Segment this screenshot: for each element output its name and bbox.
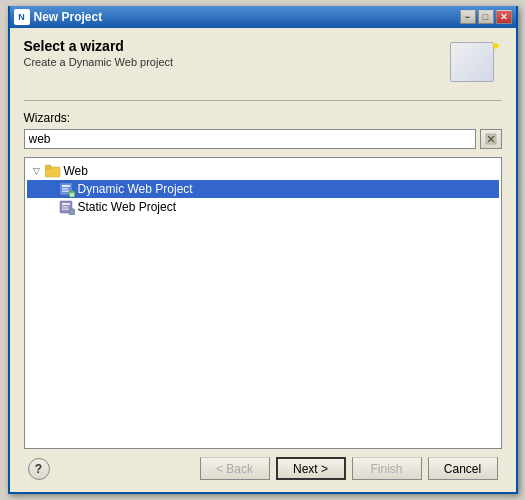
maximize-button[interactable]: □ — [478, 10, 494, 24]
help-button[interactable]: ? — [28, 458, 50, 480]
tree-item-dynamic-web[interactable]: W Dynamic Web Project — [27, 180, 499, 198]
svg-rect-7 — [62, 188, 68, 190]
search-clear-button[interactable] — [480, 129, 502, 149]
project-icon-static — [59, 199, 75, 215]
svg-point-15 — [68, 209, 75, 216]
tree-folder-web[interactable]: ▽ Web — [27, 162, 499, 180]
svg-rect-8 — [62, 191, 69, 193]
header-title: Select a wizard — [24, 38, 174, 54]
window-icon: N — [14, 9, 30, 25]
tree-item-static-label: Static Web Project — [78, 200, 176, 214]
svg-rect-13 — [62, 206, 68, 208]
search-input[interactable] — [24, 129, 476, 149]
header-text: Select a wizard Create a Dynamic Web pro… — [24, 38, 174, 68]
tree-area: ▽ Web — [24, 157, 502, 449]
new-project-window: N New Project − □ ✕ Select a wizard Crea… — [8, 6, 518, 494]
svg-rect-12 — [62, 203, 70, 205]
close-button[interactable]: ✕ — [496, 10, 512, 24]
tree-item-dynamic-label: Dynamic Web Project — [78, 182, 193, 196]
header-subtitle: Create a Dynamic Web project — [24, 56, 174, 68]
folder-icon-web — [45, 163, 61, 179]
svg-text:W: W — [69, 192, 74, 198]
search-row — [24, 129, 502, 149]
clear-icon — [485, 133, 497, 145]
wizards-label: Wizards: — [24, 111, 502, 125]
separator — [24, 100, 502, 101]
back-button[interactable]: < Back — [200, 457, 270, 480]
content-area: Select a wizard Create a Dynamic Web pro… — [10, 28, 516, 492]
window-title: New Project — [34, 10, 103, 24]
header-icon: ✦ — [450, 38, 502, 86]
tree-toggle-web[interactable]: ▽ — [29, 163, 45, 179]
tree-folder-web-label: Web — [64, 164, 88, 178]
title-controls: − □ ✕ — [460, 10, 512, 24]
header-icon-bg — [450, 42, 494, 82]
tree-toggle-empty1 — [43, 181, 59, 197]
tree-toggle-empty2 — [43, 199, 59, 215]
title-bar-left: N New Project — [14, 9, 103, 25]
project-icon-dynamic: W — [59, 181, 75, 197]
tree-item-static-web[interactable]: Static Web Project — [27, 198, 499, 216]
svg-rect-14 — [62, 209, 69, 211]
header-section: Select a wizard Create a Dynamic Web pro… — [24, 38, 502, 86]
title-bar: N New Project − □ ✕ — [10, 6, 516, 28]
minimize-button[interactable]: − — [460, 10, 476, 24]
finish-button[interactable]: Finish — [352, 457, 422, 480]
cancel-button[interactable]: Cancel — [428, 457, 498, 480]
next-button[interactable]: Next > — [276, 457, 346, 480]
btn-group: < Back Next > Finish Cancel — [200, 457, 498, 480]
svg-rect-6 — [62, 185, 70, 187]
svg-rect-4 — [45, 165, 51, 169]
header-sparkle-icon: ✦ — [490, 38, 502, 54]
button-bar: ? < Back Next > Finish Cancel — [24, 449, 502, 484]
